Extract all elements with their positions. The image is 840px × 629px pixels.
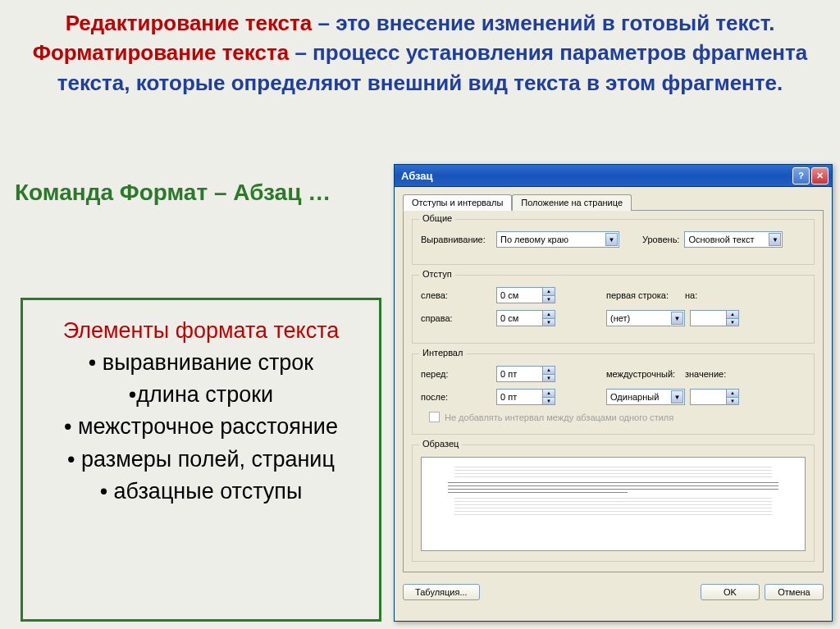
dialog-button-row: Табуляция... OK Отмена bbox=[395, 579, 832, 608]
term-editing: Редактирование текста bbox=[66, 11, 313, 35]
firstline-value: (нет) bbox=[610, 313, 630, 323]
chevron-down-icon: ▼ bbox=[769, 233, 781, 246]
spin-down-icon[interactable]: ▼ bbox=[543, 398, 555, 405]
level-combo[interactable]: Основной текст ▼ bbox=[684, 231, 783, 248]
spin-up-icon[interactable]: ▲ bbox=[543, 288, 555, 296]
spin-down-icon[interactable]: ▼ bbox=[727, 398, 738, 405]
preview-area bbox=[421, 457, 806, 551]
tab-pageposition[interactable]: Положение на странице bbox=[512, 194, 632, 211]
spin-up-icon[interactable]: ▲ bbox=[727, 390, 738, 398]
paragraph-dialog: Абзац ? ✕ Отступы и интервалы Положение … bbox=[394, 164, 833, 622]
firstline-by-value[interactable] bbox=[690, 310, 726, 326]
dialog-title: Абзац bbox=[401, 170, 433, 182]
cancel-button[interactable]: Отмена bbox=[765, 584, 824, 600]
after-spinner[interactable]: 0 пт ▲▼ bbox=[496, 389, 555, 405]
linespacing-at-value[interactable] bbox=[690, 389, 726, 405]
same-style-checkbox-row[interactable]: Не добавлять интервал между абзацами одн… bbox=[429, 412, 806, 422]
group-indent: Отступ слева: 0 см ▲▼ первая строка: на:… bbox=[412, 275, 815, 344]
slide-header: Редактирование текста – это внесение изм… bbox=[0, 0, 840, 98]
elements-box: Элементы формата текста • выравнивание с… bbox=[21, 298, 381, 622]
indent-left-value[interactable]: 0 см bbox=[496, 287, 542, 303]
elements-title: Элементы формата текста bbox=[31, 315, 371, 347]
group-preview: Образец bbox=[412, 444, 815, 562]
indent-left-label: слева: bbox=[421, 290, 491, 300]
desc-editing: – это внесение изменений в готовый текст… bbox=[312, 11, 774, 35]
group-title-indent: Отступ bbox=[419, 269, 455, 279]
spin-up-icon[interactable]: ▲ bbox=[543, 311, 555, 319]
after-value[interactable]: 0 пт bbox=[496, 389, 542, 405]
linespacing-at-spinner[interactable]: ▲▼ bbox=[690, 389, 739, 405]
firstline-combo[interactable]: (нет) ▼ bbox=[606, 310, 685, 326]
spin-up-icon[interactable]: ▲ bbox=[543, 390, 555, 398]
tab-indents[interactable]: Отступы и интервалы bbox=[403, 194, 512, 211]
titlebar[interactable]: Абзац ? ✕ bbox=[395, 165, 832, 187]
close-icon: ✕ bbox=[816, 171, 824, 181]
indent-left-spinner[interactable]: 0 см ▲▼ bbox=[496, 287, 555, 303]
help-icon: ? bbox=[798, 171, 804, 180]
chevron-down-icon: ▼ bbox=[671, 390, 683, 403]
level-label: Уровень: bbox=[642, 235, 679, 244]
firstline-by-spinner[interactable]: ▲▼ bbox=[690, 310, 739, 326]
term-formatting: Форматирование текста bbox=[33, 40, 289, 65]
group-title-preview: Образец bbox=[419, 439, 462, 449]
ok-button[interactable]: OK bbox=[701, 584, 760, 600]
checkbox-icon[interactable] bbox=[429, 412, 440, 422]
group-title-general: Общие bbox=[419, 213, 455, 223]
linespacing-combo[interactable]: Одинарный ▼ bbox=[606, 389, 685, 405]
after-label: после: bbox=[421, 392, 491, 402]
linespacing-value: Одинарный bbox=[610, 392, 659, 402]
alignment-value: По левому краю bbox=[500, 235, 568, 244]
spin-down-icon[interactable]: ▼ bbox=[543, 296, 555, 303]
before-label: перед: bbox=[421, 369, 491, 379]
chevron-down-icon: ▼ bbox=[671, 312, 683, 325]
level-value: Основной текст bbox=[688, 235, 754, 244]
alignment-label: Выравнивание: bbox=[421, 235, 491, 244]
firstline-label: первая строка: bbox=[606, 290, 680, 300]
close-button[interactable]: ✕ bbox=[811, 167, 829, 185]
elements-item: • выравнивание строк bbox=[31, 347, 371, 379]
by-label: на: bbox=[685, 290, 713, 300]
spin-down-icon[interactable]: ▼ bbox=[543, 375, 555, 382]
before-spinner[interactable]: 0 пт ▲▼ bbox=[496, 366, 555, 382]
elements-item: • размеры полей, страниц bbox=[31, 444, 371, 476]
elements-item: • абзацные отступы bbox=[31, 476, 371, 508]
spin-up-icon[interactable]: ▲ bbox=[727, 311, 738, 319]
tab-panel: Общие Выравнивание: По левому краю ▼ Уро… bbox=[403, 210, 824, 572]
same-style-checkbox-label: Не добавлять интервал между абзацами одн… bbox=[445, 412, 673, 422]
linespacing-label: междустрочный: bbox=[606, 369, 680, 379]
indent-right-label: справа: bbox=[421, 313, 491, 323]
before-value[interactable]: 0 пт bbox=[496, 366, 542, 382]
indent-right-value[interactable]: 0 см bbox=[496, 310, 542, 326]
group-spacing: Интервал перед: 0 пт ▲▼ междустрочный: з… bbox=[412, 353, 815, 435]
help-button[interactable]: ? bbox=[792, 167, 810, 185]
at-label: значение: bbox=[685, 369, 726, 379]
spin-up-icon[interactable]: ▲ bbox=[543, 367, 555, 375]
alignment-combo[interactable]: По левому краю ▼ bbox=[496, 231, 619, 248]
tabs-row: Отступы и интервалы Положение на страниц… bbox=[395, 187, 832, 210]
tabulation-button[interactable]: Табуляция... bbox=[403, 584, 480, 600]
elements-item: • межстрочное расстояние bbox=[31, 411, 371, 443]
elements-item: •длина строки bbox=[31, 379, 371, 411]
indent-right-spinner[interactable]: 0 см ▲▼ bbox=[496, 310, 555, 326]
spin-down-icon[interactable]: ▼ bbox=[727, 319, 738, 326]
group-general: Общие Выравнивание: По левому краю ▼ Уро… bbox=[412, 219, 815, 265]
group-title-spacing: Интервал bbox=[419, 348, 466, 358]
chevron-down-icon: ▼ bbox=[605, 233, 618, 246]
spin-down-icon[interactable]: ▼ bbox=[543, 319, 555, 326]
